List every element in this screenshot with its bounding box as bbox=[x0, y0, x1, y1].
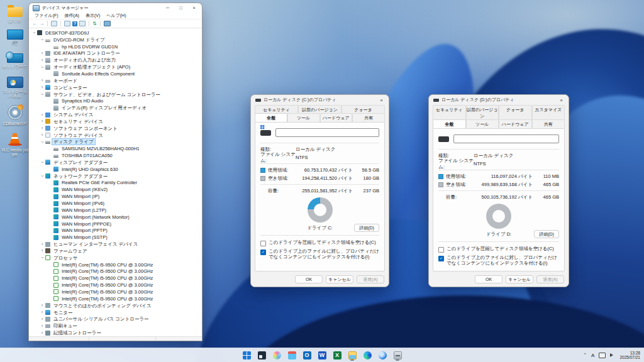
tree-item[interactable]: Intel(R) Core(TM) i5-9500 CPU @ 3.00GHz bbox=[29, 295, 202, 302]
tree-item[interactable]: Intel(R) Core(TM) i5-9500 CPU @ 3.00GHz bbox=[29, 261, 202, 268]
volume-label-input[interactable] bbox=[275, 128, 379, 137]
expand-icon[interactable]: › bbox=[40, 78, 45, 83]
collapse-icon[interactable]: › bbox=[40, 65, 45, 70]
tab[interactable]: ツール bbox=[287, 113, 320, 122]
tree-item[interactable]: ›オーディオの入力および出力 bbox=[29, 57, 202, 63]
blue-circle-app-taskbar-button[interactable] bbox=[377, 349, 387, 361]
tree-item[interactable]: WAN Miniport (SSTP) bbox=[29, 234, 202, 241]
desktop-icon[interactable]: ぼくの bbox=[1, 4, 30, 23]
tab[interactable]: 共有 bbox=[532, 119, 565, 128]
tab[interactable]: 全般 bbox=[433, 119, 466, 128]
tree-item[interactable]: ›IDE ATA/ATAPI コントローラー bbox=[29, 50, 202, 57]
tree-item[interactable]: ›ソフトウェア デバイス bbox=[29, 132, 202, 139]
desktop-icon[interactable]: PC bbox=[1, 30, 30, 45]
help-icon[interactable]: ? bbox=[72, 21, 77, 26]
expand-icon[interactable]: › bbox=[40, 85, 45, 90]
close-icon[interactable]: × bbox=[558, 97, 564, 103]
expand-icon[interactable]: › bbox=[40, 112, 45, 118]
index-checkbox[interactable] bbox=[438, 256, 444, 261]
ok-button[interactable]: OK bbox=[475, 275, 502, 283]
details-button[interactable]: 詳細(D) bbox=[354, 224, 379, 232]
tree-item[interactable]: ›ネットワーク アダプター bbox=[29, 173, 202, 180]
expand-icon[interactable]: › bbox=[40, 58, 45, 63]
expand-icon[interactable]: › bbox=[40, 126, 45, 131]
maximize-icon[interactable]: □ bbox=[175, 4, 186, 11]
details-button[interactable]: 詳細(D) bbox=[534, 230, 559, 238]
tree-item[interactable]: ›DESKTOP-837DD9J bbox=[29, 30, 202, 36]
collapse-icon[interactable]: › bbox=[40, 37, 45, 42]
close-icon[interactable]: × bbox=[379, 97, 384, 103]
compress-checkbox[interactable] bbox=[438, 247, 444, 253]
ok-button[interactable]: OK bbox=[295, 275, 323, 283]
tab[interactable]: ハードウェア bbox=[320, 113, 353, 122]
volume-icon[interactable] bbox=[610, 353, 615, 357]
tree-item[interactable]: ›記憶域コントローラー bbox=[29, 329, 202, 336]
tree-item[interactable]: ›システム デバイス bbox=[29, 111, 202, 118]
desktop-icon[interactable]: コントロール パネル bbox=[1, 75, 30, 98]
tree-item[interactable]: Intel(R) Core(TM) i5-9500 CPU @ 3.00GHz bbox=[29, 268, 202, 275]
menu-item[interactable]: ヘルプ(H) bbox=[103, 13, 129, 19]
tab[interactable]: ツール bbox=[466, 119, 499, 128]
store-taskbar-button[interactable] bbox=[287, 349, 297, 361]
collapse-icon[interactable]: › bbox=[31, 30, 36, 35]
tree-item[interactable]: WAN Miniport (IP) bbox=[29, 193, 202, 200]
tree-item[interactable]: hp HLDS DVDRW GUD1N bbox=[29, 43, 202, 50]
expand-icon[interactable]: › bbox=[40, 242, 45, 247]
hidden-icons-chevron[interactable]: ⌃ bbox=[583, 353, 587, 358]
tab[interactable]: 以前のバージョン bbox=[298, 105, 341, 114]
expand-icon[interactable]: › bbox=[40, 248, 45, 253]
ime-indicator[interactable]: A bbox=[591, 353, 594, 358]
dark-app-taskbar-button[interactable] bbox=[257, 349, 267, 361]
close-icon[interactable]: × bbox=[189, 4, 199, 11]
tab[interactable]: 全般 bbox=[255, 113, 287, 122]
expand-icon[interactable]: › bbox=[40, 119, 45, 124]
scan-icon[interactable]: ⇅ bbox=[92, 21, 97, 26]
collapse-icon[interactable]: › bbox=[40, 92, 45, 97]
tree-item[interactable]: ›ユニバーサル シリアル バス コントローラー bbox=[29, 315, 202, 322]
collapse-icon[interactable]: › bbox=[40, 160, 45, 165]
expand-icon[interactable]: › bbox=[40, 303, 45, 308]
tab[interactable]: ハードウェア bbox=[499, 119, 532, 128]
tree-item[interactable]: ›ファームウェア bbox=[29, 248, 202, 255]
dialog-titlebar[interactable]: ローカル ディスク (C:)のプロパティ × bbox=[251, 95, 389, 105]
tree-item[interactable]: インテル(R) ディスプレイ用オーディオ bbox=[29, 104, 202, 111]
copilot-taskbar-button[interactable] bbox=[272, 349, 282, 361]
tree-item[interactable]: WAN Miniport (IKEv2) bbox=[29, 186, 202, 193]
tree-item[interactable]: Synaptics HD Audio bbox=[29, 97, 202, 104]
tree-item[interactable]: ›モニター bbox=[29, 309, 202, 316]
compress-checkbox[interactable] bbox=[260, 241, 266, 246]
tree-item[interactable]: ›ディスプレイ アダプター bbox=[29, 159, 202, 166]
tree-item[interactable]: ›ソフトウェア コンポーネント bbox=[29, 125, 202, 132]
monitor-icon[interactable] bbox=[104, 21, 111, 26]
collapse-icon[interactable]: › bbox=[40, 173, 45, 178]
tab[interactable]: 以前のバージョン bbox=[466, 105, 499, 120]
tree-item[interactable]: WAN Miniport (IPv6) bbox=[29, 200, 202, 207]
collapse-icon[interactable]: › bbox=[40, 255, 45, 260]
tree-item[interactable]: WAN Miniport (Network Monitor) bbox=[29, 214, 202, 221]
tree-item[interactable]: Intel(R) Core(TM) i5-9500 CPU @ 3.00GHz bbox=[29, 282, 202, 288]
tree-item[interactable]: ›セキュリティ デバイス bbox=[29, 118, 202, 125]
tree-item[interactable]: ›オーディオ処理オブジェクト (APO) bbox=[29, 63, 202, 70]
menu-item[interactable]: 操作(A) bbox=[62, 13, 82, 19]
tree-item[interactable]: WAN Miniport (PPTP) bbox=[29, 227, 202, 234]
tab[interactable]: カスタマイズ bbox=[532, 105, 565, 120]
expand-icon[interactable]: › bbox=[40, 310, 45, 315]
tree-item[interactable]: ›コンピューター bbox=[29, 84, 202, 91]
start-taskbar-button[interactable] bbox=[242, 349, 252, 361]
properties-icon[interactable] bbox=[64, 21, 70, 26]
expand-icon[interactable]: › bbox=[40, 324, 45, 329]
tree-item[interactable]: TOSHIBA DT01ACA050 bbox=[29, 152, 202, 159]
tree-item[interactable]: ›サウンド、ビデオ、およびゲーム コントローラー bbox=[29, 91, 202, 98]
window-titlebar[interactable]: デバイス マネージャー ─ □ × bbox=[29, 3, 202, 12]
forward-icon[interactable]: → bbox=[39, 21, 44, 26]
cancel-button[interactable]: キャンセル bbox=[506, 275, 533, 283]
tree-item[interactable]: ›DVD/CD-ROM ドライブ bbox=[29, 36, 202, 43]
tab[interactable]: セキュリティ bbox=[433, 105, 466, 120]
expand-icon[interactable]: › bbox=[40, 133, 45, 138]
file-explorer-taskbar-button[interactable] bbox=[347, 349, 357, 361]
network-icon[interactable] bbox=[599, 353, 606, 358]
tree-item[interactable]: Sonitude Audio Effects Component bbox=[29, 70, 202, 77]
tree-item[interactable]: WAN Miniport (PPPOE) bbox=[29, 221, 202, 228]
tree-item[interactable]: WAN Miniport (L2TP) bbox=[29, 207, 202, 214]
excel-taskbar-button[interactable] bbox=[332, 349, 342, 361]
